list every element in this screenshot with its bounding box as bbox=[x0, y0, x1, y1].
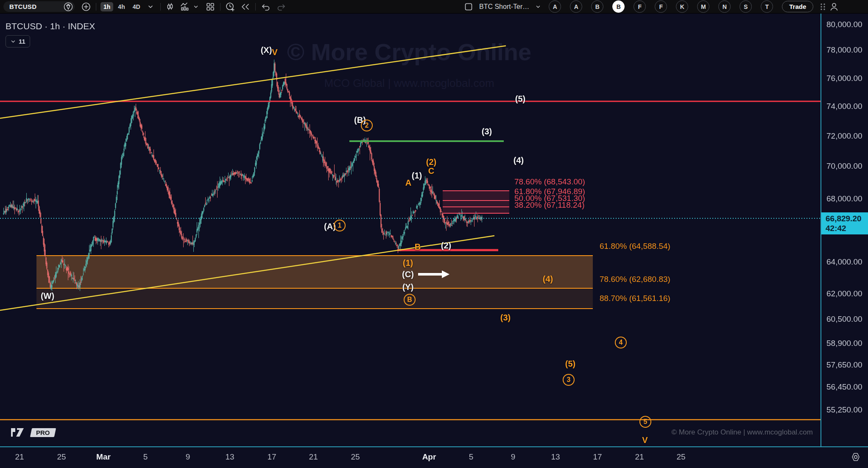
trade-button[interactable]: Trade bbox=[782, 1, 813, 12]
object-tree-count-button[interactable]: 11 bbox=[6, 35, 30, 47]
price-axis[interactable]: 80,000.0078,000.0076,000.0074,000.0072,0… bbox=[821, 13, 868, 468]
elliott-wave-label[interactable]: (1) bbox=[403, 258, 413, 268]
apps-dots-icon[interactable] bbox=[818, 1, 829, 12]
chart-legend-title[interactable]: BTCUSD · 1h · INDEX bbox=[6, 21, 95, 31]
elliott-wave-label[interactable]: A bbox=[405, 178, 411, 188]
layout-chevron-down-icon[interactable] bbox=[533, 1, 544, 12]
interval-1h[interactable]: 1h bbox=[100, 2, 113, 11]
profile-person-icon[interactable] bbox=[829, 1, 840, 12]
toolbar-separator bbox=[96, 3, 96, 11]
redo-icon[interactable] bbox=[276, 1, 287, 12]
time-tick: 25 bbox=[57, 452, 66, 462]
indicators-chevron-down-icon[interactable] bbox=[190, 1, 201, 12]
elliott-wave-label[interactable]: (5) bbox=[515, 94, 525, 104]
indicators-icon[interactable] bbox=[179, 1, 190, 12]
layout-grid-icon[interactable] bbox=[205, 1, 216, 12]
time-tick: 17 bbox=[593, 452, 602, 462]
compare-add-icon[interactable] bbox=[81, 1, 92, 12]
time-tick: 21 bbox=[15, 452, 24, 462]
tradingview-logo[interactable]: PRO bbox=[11, 426, 55, 439]
price-tick: 64,000.00 bbox=[826, 257, 862, 267]
interval-chevron-down-icon[interactable] bbox=[145, 1, 156, 12]
pro-badge: PRO bbox=[30, 428, 56, 437]
time-axis-settings-gear-icon[interactable] bbox=[850, 451, 861, 464]
fib-projection-label: 61.80% (64,588.54) bbox=[600, 242, 670, 251]
chart-copyright: © More Crypto Online | www.mcoglobal.com bbox=[672, 428, 813, 437]
last-price-tag: 66,829.20 42:42 bbox=[821, 212, 868, 234]
toolbar-left-cluster: BTCUSD 1h 4h 4D bbox=[0, 1, 287, 12]
layout-tab-n-8[interactable]: N bbox=[718, 0, 731, 13]
elliott-wave-label[interactable]: (1) bbox=[412, 171, 422, 181]
elliott-wave-label[interactable]: (W) bbox=[41, 291, 54, 301]
elliott-wave-label[interactable]: (2) bbox=[426, 157, 436, 167]
layout-name-label[interactable]: BTC Short-Ter… bbox=[479, 3, 529, 11]
elliott-wave-label[interactable]: 3 bbox=[563, 374, 575, 386]
time-tick: 13 bbox=[551, 452, 560, 462]
price-tick: 72,000.00 bbox=[826, 131, 862, 141]
elliott-wave-label[interactable]: (Y) bbox=[402, 282, 414, 292]
elliott-wave-label[interactable]: 2 bbox=[361, 120, 373, 131]
elliott-wave-label[interactable]: 4 bbox=[615, 337, 627, 348]
elliott-wave-label[interactable]: V bbox=[272, 47, 277, 57]
toolbar-separator bbox=[220, 3, 220, 11]
elliott-wave-label[interactable]: (4) bbox=[514, 156, 524, 165]
interval-4h[interactable]: 4h bbox=[115, 2, 128, 11]
interval-4d[interactable]: 4D bbox=[130, 2, 143, 11]
fib-retracement-label: 78.60% (68,543.00) bbox=[514, 177, 585, 187]
elliott-wave-label[interactable]: (C) bbox=[402, 270, 414, 279]
undo-icon[interactable] bbox=[260, 1, 271, 12]
price-tick: 56,450.00 bbox=[826, 382, 862, 392]
chart-style-candles-icon[interactable] bbox=[165, 1, 176, 12]
elliott-wave-label[interactable]: 5 bbox=[639, 416, 651, 428]
time-tick: 21 bbox=[309, 452, 318, 462]
elliott-wave-label[interactable]: (3) bbox=[500, 313, 511, 323]
toolbar-separator bbox=[255, 3, 256, 11]
elliott-wave-label[interactable]: (2) bbox=[441, 241, 451, 251]
price-tick: 57,650.00 bbox=[826, 360, 862, 370]
layout-tab-t-10[interactable]: T bbox=[761, 0, 773, 13]
time-tick: 25 bbox=[676, 452, 685, 462]
symbol-logo-diamond-icon bbox=[64, 2, 73, 11]
time-tick: Apr bbox=[422, 452, 436, 462]
symbol-label: BTCUSD bbox=[9, 3, 36, 10]
price-tick: 58,900.00 bbox=[826, 339, 862, 348]
elliott-wave-label[interactable]: B bbox=[404, 294, 416, 306]
time-axis[interactable]: 2125Mar5913172125Apr5913172125 bbox=[0, 446, 868, 468]
elliott-wave-label[interactable]: (X) bbox=[261, 45, 272, 55]
layout-tab-f-5[interactable]: F bbox=[655, 0, 667, 13]
elliott-wave-label[interactable]: (4) bbox=[543, 274, 553, 284]
chevron-down-icon bbox=[10, 39, 16, 45]
layout-tab-m-7[interactable]: M bbox=[697, 0, 709, 13]
elliott-wave-label[interactable]: V bbox=[642, 435, 648, 445]
price-tick: 68,000.00 bbox=[826, 194, 862, 203]
layout-tab-b-2[interactable]: B bbox=[591, 0, 603, 13]
layout-tab-k-6[interactable]: K bbox=[676, 0, 688, 13]
trade-button-label: Trade bbox=[789, 3, 806, 10]
time-tick: 17 bbox=[267, 452, 276, 462]
layout-tab-b-3[interactable]: B bbox=[612, 0, 625, 13]
symbol-search-field[interactable]: BTCUSD bbox=[3, 1, 75, 12]
layout-tab-a-1[interactable]: A bbox=[570, 0, 582, 13]
layout-tab-a-0[interactable]: A bbox=[549, 0, 561, 13]
elliott-wave-label[interactable]: 1 bbox=[334, 220, 346, 231]
alert-clock-icon[interactable] bbox=[225, 1, 236, 12]
pro-badge-label: PRO bbox=[36, 429, 50, 436]
saved-layout-square-icon[interactable] bbox=[463, 1, 474, 12]
toolbar-separator bbox=[160, 3, 161, 11]
layout-tab-s-9[interactable]: S bbox=[740, 0, 752, 13]
fib-projection-label: 88.70% (61,561.16) bbox=[600, 294, 670, 303]
candlestick-canvas[interactable] bbox=[0, 0, 868, 468]
elliott-wave-label[interactable]: (5) bbox=[565, 359, 575, 369]
time-tick: 5 bbox=[143, 452, 148, 462]
bar-replay-icon[interactable] bbox=[240, 1, 251, 12]
last-price-value: 66,829.20 bbox=[826, 214, 868, 223]
layout-tab-f-4[interactable]: F bbox=[634, 0, 646, 13]
price-tick: 60,500.00 bbox=[826, 315, 862, 324]
elliott-wave-label[interactable]: (3) bbox=[482, 127, 492, 136]
elliott-wave-label[interactable]: C bbox=[428, 166, 434, 176]
price-tick: 62,000.00 bbox=[826, 289, 862, 298]
elliott-wave-label[interactable]: B bbox=[415, 242, 421, 252]
time-tick: 9 bbox=[511, 452, 516, 462]
fib-projection-label: 78.60% (62,680.83) bbox=[600, 275, 670, 284]
price-tick: 76,000.00 bbox=[826, 74, 862, 83]
